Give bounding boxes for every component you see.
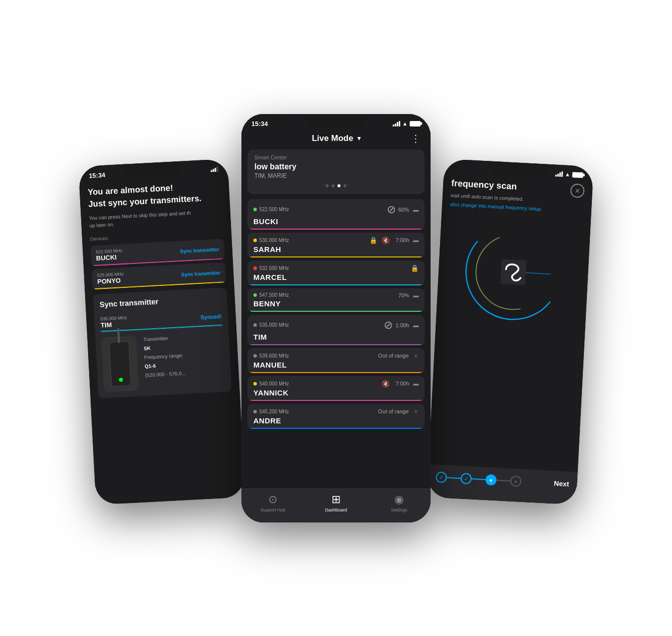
smart-center-banner: Smart Center low battery TIM, MARIE [247,149,425,194]
bar-marcel [247,284,425,285]
right-signal-icon [556,171,563,177]
tab-dashboard[interactable]: ⊞ Dashboard [305,493,368,512]
mute-icon-yannick: 🔇 [382,380,390,387]
settings-label: Settings [391,508,407,512]
transmitter-led [119,378,123,382]
status-dot-marcel [253,266,257,270]
next-button[interactable]: Next [554,479,569,488]
device-row-andre[interactable]: 545.200 MHz Out of range ✶ ANDRE [247,404,425,429]
transmitter-image [101,335,139,392]
right-status-icons: ▲ [556,170,583,178]
sennheiser-logo [500,259,527,285]
battery-icon-tim: ▬ [413,322,419,328]
status-dot-sarah [253,239,257,242]
stepper-dots: ✓ ✓ ● ● [436,471,554,488]
smart-center-dots [254,184,418,187]
step-line-0 [447,477,460,478]
right-phone-notch [488,161,549,178]
battery-benny: 70% [398,292,409,298]
dot-0 [326,184,329,187]
support-hub-icon: ⊙ [268,493,277,506]
name-manuel: MANUEL [253,361,419,369]
freq-marcel: 532.500 MHz [259,265,289,271]
device-row-marcel[interactable]: 532.500 MHz 🔒 MARCEL [247,260,425,285]
tab-support-hub[interactable]: ⊙ Support Hub [241,493,305,512]
transmitter-model: SK [143,345,150,351]
bar-andre [247,428,425,429]
left-phone: 15:34 You are almost done!Just sync your… [78,158,245,505]
right-content: ✕ frequency scan wait until auto scan is… [436,172,593,335]
transmitter-info: Transmitter SK Frequency range: Q1-6 (52… [101,331,225,392]
device-row-bucki[interactable]: 522.500 MHz ⊘ 60% ▬ BUCKI [247,199,425,230]
step-2: ● [485,474,497,486]
sync-device-freq: 535.000 MHz [100,315,127,321]
device-row-tim[interactable]: 535.000 MHz ⊘ 1:00h ▬ TIM [247,315,425,345]
transmitter-text: Transmitter SK Frequency range: Q1-6 (52… [143,333,186,380]
support-hub-label: Support Hub [260,508,286,512]
settings-icon: ◉ [394,493,404,506]
name-bucki: BUCKI [253,217,419,226]
status-dot-manuel [253,354,257,358]
center-phone: 15:34 ▲ Live Mode ▼ [241,114,431,522]
battery-sarah: 7:00h [395,237,409,243]
status-dot-yannick [253,382,257,385]
center-wifi-icon: ▲ [402,121,408,127]
name-yannick: YANNICK [253,388,419,397]
device-list: 522.500 MHz ⊘ 60% ▬ BUCKI 530.000 MHz [241,199,431,429]
name-sarah: SARAH [253,245,419,254]
center-header: Live Mode ▼ ⋮ [241,129,431,149]
status-dot-benny [253,293,257,297]
center-header-title: Live Mode ▼ [312,133,362,143]
bt-icon-andre: ✶ [413,408,419,415]
step-line-2 [496,480,510,481]
smart-center-alert: low battery [254,162,418,171]
battery-icon-yannick: ▬ [413,381,419,386]
freq-range-detail: (520.000 - 576.0... [145,370,186,378]
battery-icon-bucki: ▬ [413,207,419,213]
status-dot-bucki [253,208,257,211]
name-marcel: MARCEL [253,273,419,281]
center-phone-screen: 15:34 ▲ Live Mode ▼ [241,114,431,522]
battery-icon-benny: ▬ [413,292,419,298]
battery-icon-sarah: ▬ [413,237,419,243]
left-signal-icon [211,166,219,172]
center-signal-icon [393,121,400,127]
smart-center-label: Smart Center [254,154,418,160]
device-row-benny[interactable]: 547.500 MHz 70% ▬ BENNY [247,288,425,312]
step-3: ● [510,475,522,487]
lock-icon-sarah: 🔒 [369,237,377,244]
freq-range-value: Q1-6 [144,363,156,369]
more-menu-icon[interactable]: ⋮ [411,132,421,144]
center-status-icons: ▲ [393,121,421,127]
step-0: ✓ [436,471,447,483]
left-title: You are almost done!Just sync your trans… [88,179,222,210]
status-dot-tim [253,323,257,327]
battery-tim: 1:00h [395,322,409,328]
dashboard-label: Dashboard [325,508,347,512]
left-device-name-1: PONYO [97,276,124,285]
center-status-time: 15:34 [251,120,268,127]
status-dot-andre [253,410,257,413]
scan-circle-container [456,214,571,329]
device-row-manuel[interactable]: 539.600 MHz Out of range ✶ MANUEL [247,348,425,373]
center-tab-bar: ⊙ Support Hub ⊞ Dashboard ◉ Settings [241,489,431,522]
out-of-range-andre: Out of range [378,408,409,414]
mute-icon-bucki: ⊘ [387,203,396,216]
device-row-yannick[interactable]: 540.000 MHz 🔇 7:00h ▬ YANNICK [247,376,425,401]
stepper: ✓ ✓ ● ● Next [427,464,577,505]
left-device-bucki: 522.500 MHz BUCKI Sync transmitter [91,239,225,266]
freq-bucki: 522.500 MHz [259,207,289,212]
mute-icon-tim: ⊘ [384,319,393,332]
left-phone-notch [123,161,183,178]
dropdown-arrow[interactable]: ▼ [356,135,362,142]
freq-range-label: Frequency range: [144,352,183,360]
name-benny: BENNY [253,299,419,308]
right-battery-icon [572,171,583,177]
left-sync-btn-1[interactable]: Sync transmitter [181,269,221,277]
device-row-sarah[interactable]: 530.000 MHz 🔒 🔇 7:00h ▬ SARAH [247,233,425,257]
right-wifi-icon: ▲ [565,171,571,177]
left-phone-screen: 15:34 You are almost done!Just sync your… [78,158,245,505]
tab-settings[interactable]: ◉ Settings [367,493,431,512]
left-sync-btn-0[interactable]: Sync transmitter [180,246,219,254]
mute-icon-sarah: 🔇 [382,237,390,244]
